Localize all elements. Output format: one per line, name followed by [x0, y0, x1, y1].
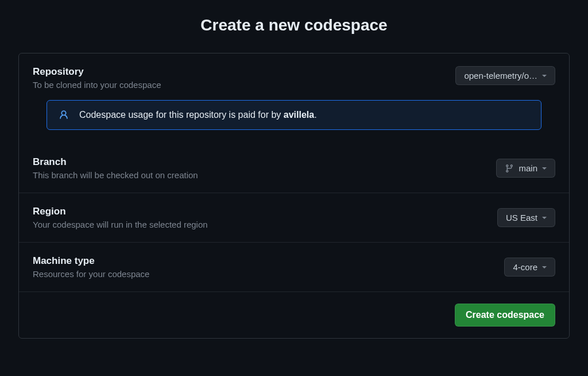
machine-desc: Resources for your codespace: [33, 269, 493, 279]
region-section: Region Your codespace will run in the se…: [19, 193, 569, 243]
caret-down-icon: [542, 217, 547, 219]
create-codespace-button[interactable]: Create codespace: [455, 304, 555, 327]
caret-down-icon: [542, 266, 547, 268]
machine-label: Machine type: [33, 255, 493, 267]
machine-selected-value: 4-core: [513, 262, 537, 272]
branch-selector[interactable]: main: [496, 159, 555, 178]
repository-selected-value: open-telemetry/o…: [464, 71, 537, 80]
region-desc: Your codespace will run in the selected …: [33, 220, 486, 229]
repository-selector[interactable]: open-telemetry/o…: [455, 66, 555, 85]
repository-section: Repository To be cloned into your codesp…: [19, 53, 569, 144]
repository-desc: To be cloned into your codespace: [33, 80, 444, 90]
caret-down-icon: [542, 167, 547, 170]
region-selector[interactable]: US East: [497, 208, 555, 227]
branch-section: Branch This branch will be checked out o…: [19, 144, 569, 193]
region-label: Region: [33, 206, 486, 217]
branch-label: Branch: [33, 156, 485, 168]
page-title: Create a new codespace: [0, 0, 588, 53]
machine-selector[interactable]: 4-core: [504, 258, 555, 277]
form-footer: Create codespace: [19, 292, 569, 338]
branch-desc: This branch will be checked out on creat…: [33, 170, 485, 180]
billing-notice: Codespace usage for this repository is p…: [47, 100, 541, 130]
region-selected-value: US East: [506, 213, 537, 222]
codespace-form: Repository To be cloned into your codesp…: [18, 53, 570, 339]
caret-down-icon: [542, 75, 547, 77]
branch-selected-value: main: [519, 163, 537, 173]
billing-notice-text: Codespace usage for this repository is p…: [79, 110, 317, 120]
git-branch-icon: [505, 164, 514, 173]
repository-label: Repository: [33, 66, 444, 78]
machine-section: Machine type Resources for your codespac…: [19, 243, 569, 292]
person-icon: [59, 110, 69, 120]
